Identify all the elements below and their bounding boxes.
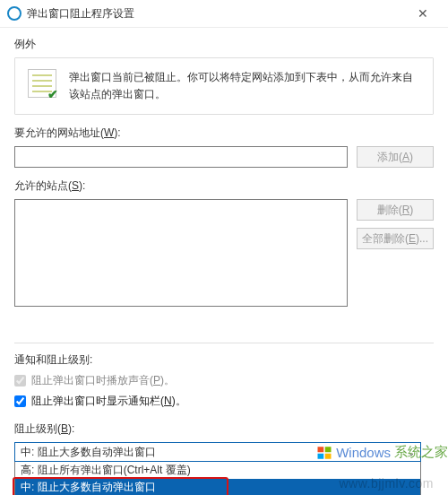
delete-all-button[interactable]: 全部删除(E)... xyxy=(357,228,434,249)
window-title: 弹出窗口阻止程序设置 xyxy=(27,6,405,22)
allow-address-row: 添加(A) xyxy=(14,146,434,168)
allowed-sites-buttons: 删除(R) 全部删除(E)... xyxy=(357,199,434,307)
exceptions-info-text: 弹出窗口当前已被阻止。你可以将特定网站添加到下表中，从而允许来自该站点的弹出窗口… xyxy=(69,69,420,103)
allowed-sites-list[interactable] xyxy=(14,199,348,307)
block-level-options: 高: 阻止所有弹出窗口(Ctrl+Alt 覆盖) 中: 阻止大多数自动弹出窗口 … xyxy=(14,462,421,495)
notify-checkboxes: 阻止弹出窗口时播放声音(P)。 阻止弹出窗口时显示通知栏(N)。 xyxy=(14,373,434,409)
divider xyxy=(14,343,434,343)
sound-checkbox[interactable] xyxy=(14,375,26,386)
allowed-sites-row: 删除(R) 全部删除(E)... xyxy=(14,199,434,307)
block-level-label: 阻止级别(B): xyxy=(14,421,434,437)
allow-address-input[interactable] xyxy=(14,146,348,168)
block-level-dropdown[interactable]: 中: 阻止大多数自动弹出窗口 ⌄ xyxy=(14,442,421,462)
bar-checkbox-row[interactable]: 阻止弹出窗口时显示通知栏(N)。 xyxy=(14,394,434,409)
notify-block-heading: 通知和阻止级别: xyxy=(14,352,434,368)
chevron-down-icon: ⌄ xyxy=(408,447,415,457)
block-level-option-high[interactable]: 高: 阻止所有弹出窗口(Ctrl+Alt 覆盖) xyxy=(15,462,420,479)
exceptions-info-box: ✔ 弹出窗口当前已被阻止。你可以将特定网站添加到下表中，从而允许来自该站点的弹出… xyxy=(14,57,434,115)
block-level-option-medium[interactable]: 中: 阻止大多数自动弹出窗口 xyxy=(15,479,420,495)
allowed-sites-label: 允许的站点(S): xyxy=(14,178,434,194)
dropdown-value: 中: 阻止大多数自动弹出窗口 xyxy=(21,445,156,460)
close-icon[interactable]: ✕ xyxy=(405,0,441,27)
dialog-body: 例外 ✔ 弹出窗口当前已被阻止。你可以将特定网站添加到下表中，从而允许来自该站点… xyxy=(0,28,448,462)
bar-checkbox[interactable] xyxy=(14,395,26,407)
exceptions-heading: 例外 xyxy=(14,37,434,52)
sheet-check-icon: ✔ xyxy=(28,69,56,98)
add-button[interactable]: 添加(A) xyxy=(357,146,434,168)
titlebar: 弹出窗口阻止程序设置 ✕ xyxy=(0,0,448,28)
sound-checkbox-label: 阻止弹出窗口时播放声音(P)。 xyxy=(31,373,175,388)
sound-checkbox-row[interactable]: 阻止弹出窗口时播放声音(P)。 xyxy=(14,373,434,388)
allow-address-label: 要允许的网站地址(W): xyxy=(14,126,434,141)
delete-button[interactable]: 删除(R) xyxy=(357,199,434,221)
bar-checkbox-label: 阻止弹出窗口时显示通知栏(N)。 xyxy=(31,394,186,409)
ie-popup-icon xyxy=(7,6,22,21)
block-level-dropdown-wrap: 中: 阻止大多数自动弹出窗口 ⌄ 高: 阻止所有弹出窗口(Ctrl+Alt 覆盖… xyxy=(14,442,421,462)
